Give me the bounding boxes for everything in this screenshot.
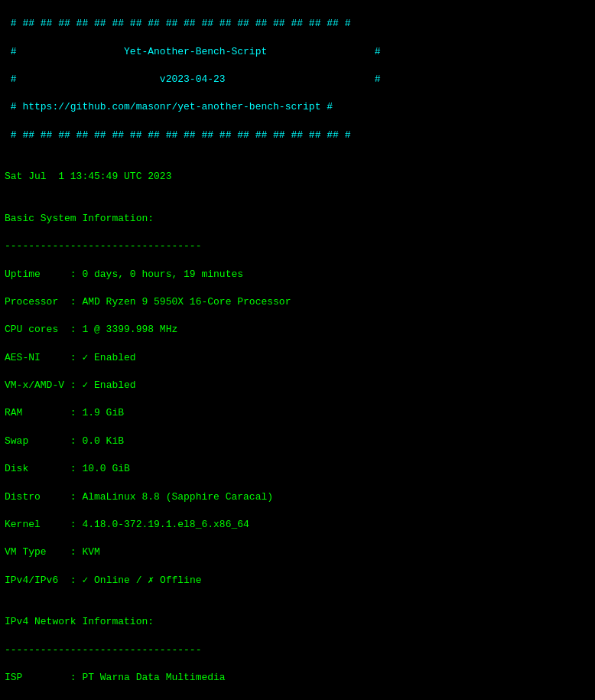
processor: Processor : AMD Ryzen 9 5950X 16-Core Pr… [5, 296, 291, 308]
ipv: IPv4/IPv6 : ✓ Online / ✗ Offline [5, 575, 202, 586]
ipv4-title: IPv4 Network Information: [5, 616, 154, 627]
basic-info-separator: --------------------------------- [5, 240, 201, 252]
basic-info-title: Basic System Information: [5, 213, 154, 224]
header-line5: # ## ## ## ## ## ## ## ## ## ## ## ## ##… [5, 129, 350, 141]
distro: Distro : AlmaLinux 8.8 (Sapphire Caracal… [5, 491, 273, 503]
ram: RAM : 1.9 GiB [5, 407, 124, 418]
disk: Disk : 10.0 GiB [5, 463, 130, 474]
aes-ni: AES-NI : ✓ Enabled [5, 352, 136, 363]
kernel: Kernel : 4.18.0-372.19.1.el8_6.x86_64 [5, 519, 249, 530]
terminal-output: # ## ## ## ## ## ## ## ## ## ## ## ## ##… [5, 3, 590, 700]
header-line3: # v2023-04-23 # [5, 73, 380, 85]
ipv4-separator: --------------------------------- [5, 644, 201, 656]
vm-amd: VM-x/AMD-V : ✓ Enabled [5, 379, 136, 391]
uptime: Uptime : 0 days, 0 hours, 19 minutes [5, 269, 243, 280]
swap: Swap : 0.0 KiB [5, 435, 124, 447]
header-line2: # Yet-Another-Bench-Script # [5, 46, 380, 57]
cpu-cores: CPU cores : 1 @ 3399.998 MHz [5, 324, 177, 335]
header-line1: # ## ## ## ## ## ## ## ## ## ## ## ## ##… [5, 18, 350, 29]
vm-type: VM Type : KVM [5, 546, 100, 558]
datetime: Sat Jul 1 13:45:49 UTC 2023 [5, 171, 171, 182]
isp: ISP : PT Warna Data Multimedia [5, 672, 226, 683]
header-line4: # https://github.com/masonr/yet-another-… [5, 101, 333, 112]
